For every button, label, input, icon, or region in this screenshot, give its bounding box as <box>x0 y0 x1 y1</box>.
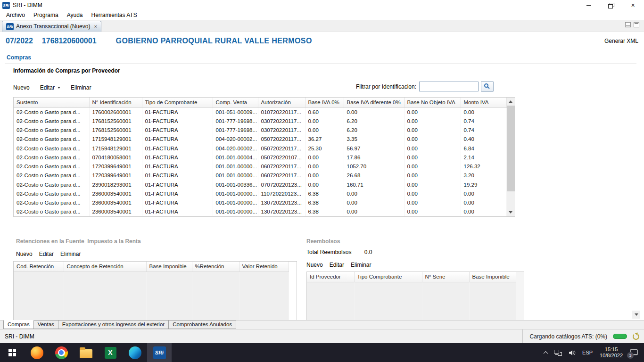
scroll-thumb[interactable] <box>507 106 515 191</box>
menu-herramientas-ats[interactable]: Herramientas ATS <box>87 11 141 19</box>
taskbar-edge-button[interactable] <box>123 343 147 362</box>
reembolsos-scrollbar[interactable] <box>516 272 524 320</box>
retenciones-col-cod-retenci-n[interactable]: Cod. Retención <box>14 262 64 272</box>
bottom-tab-comprobantes-anulados[interactable]: Comprobantes Anulados <box>169 320 236 329</box>
compras-editar-button[interactable]: Editar <box>40 84 60 91</box>
compras-eliminar-button[interactable]: Eliminar <box>71 84 91 91</box>
compras-scrollbar[interactable] <box>507 98 515 216</box>
compras-col-sustento[interactable]: Sustento <box>14 98 89 107</box>
compras-col-n-identificaci-n[interactable]: N° Identificación <box>89 98 142 107</box>
reembolsos-table: Id ProveedorTipo ComprobanteN° SerieBase… <box>306 272 524 320</box>
notifications-button[interactable]: 3 <box>627 343 641 362</box>
taskbar-explorer-button[interactable] <box>74 343 98 362</box>
taskbar-chrome-button[interactable] <box>49 343 74 362</box>
reembolsos-editar-button[interactable]: Editar <box>330 262 344 268</box>
menu-archivo[interactable]: Archivo <box>2 11 29 19</box>
clock[interactable]: 15:15 10/8/2022 <box>596 343 627 362</box>
windows-logo-icon <box>8 349 16 356</box>
edge-icon <box>129 346 141 359</box>
compras-col-comp-venta[interactable]: Comp. Venta <box>213 98 258 107</box>
retenciones-col-retenci-n[interactable]: %Retención <box>192 262 239 272</box>
bottom-tab-compras[interactable]: Compras <box>3 320 34 329</box>
compras-table-header: SustentoN° IdentificaciónTipo de Comprob… <box>14 98 506 107</box>
excel-icon: X <box>105 347 116 359</box>
retenciones-toolbar: Nuevo Editar Eliminar <box>16 251 87 257</box>
restore-button[interactable] <box>600 0 622 10</box>
minimize-button[interactable] <box>578 0 600 10</box>
bottom-tab-ventas[interactable]: Ventas <box>34 320 58 329</box>
menu-ayuda[interactable]: Ayuda <box>63 11 87 19</box>
compras-table-row[interactable]: 02-Costo o Gasto para d...23600035400010… <box>14 198 506 207</box>
close-button[interactable]: × <box>622 0 644 10</box>
volume-icon[interactable] <box>565 343 579 362</box>
panel-scroll-down-arrow[interactable] <box>632 311 640 319</box>
search-icon <box>484 83 488 88</box>
compras-table-row[interactable]: 02-Costo o Gasto para d...17600026000010… <box>14 107 506 116</box>
retenciones-nuevo-button[interactable]: Nuevo <box>16 251 33 257</box>
compras-editar-label: Editar <box>40 84 55 91</box>
tab-anexo-transaccional[interactable]: SRi Anexo Transaccional (Nuevo) × <box>2 21 101 32</box>
compras-panel: Compras Información de Compras por Prove… <box>0 50 644 320</box>
compras-nuevo-button[interactable]: Nuevo <box>13 84 30 91</box>
compras-col-base-iva-0[interactable]: Base IVA 0% <box>305 98 344 107</box>
tray-chevron-icon[interactable] <box>541 343 551 362</box>
search-button[interactable] <box>481 81 494 92</box>
retenciones-table-header: Cod. RetenciónConcepto de RetenciónBase … <box>14 262 289 272</box>
start-button[interactable] <box>0 343 25 362</box>
tab-label: Anexo Transaccional (Nuevo) <box>16 23 90 30</box>
compras-col-base-no-objeto-iva[interactable]: Base No Objeto IVA <box>404 98 461 107</box>
retenciones-empty-row <box>14 272 289 320</box>
retenciones-col-concepto-de-retenci-n[interactable]: Concepto de Retención <box>64 262 146 272</box>
retenciones-editar-button[interactable]: Editar <box>39 251 54 257</box>
compras-col-monto-iva[interactable]: Monto IVA <box>461 98 506 107</box>
reembolsos-eliminar-button[interactable]: Eliminar <box>351 262 371 268</box>
tab-close-icon[interactable]: × <box>94 24 97 29</box>
compras-table-row[interactable]: 02-Costo o Gasto para d...23900182930010… <box>14 180 506 189</box>
editar-dropdown-icon[interactable] <box>58 87 60 89</box>
compras-table-row[interactable]: 02-Costo o Gasto para d...23600035400010… <box>14 189 506 198</box>
taskbar-firefox-button[interactable] <box>25 343 49 362</box>
reembolsos-nuevo-button[interactable]: Nuevo <box>306 262 323 268</box>
compras-table-row[interactable]: 02-Costo o Gasto para d...17203996490010… <box>14 171 506 180</box>
compras-table-row[interactable]: 02-Costo o Gasto para d...17159481290010… <box>14 144 506 153</box>
reembolsos-col-tipo-comprobante[interactable]: Tipo Comprobante <box>354 272 422 282</box>
compras-table-row[interactable]: 02-Costo o Gasto para d...07041800580010… <box>14 153 506 162</box>
view-minimize-icon[interactable] <box>625 22 631 27</box>
compras-section-title: Información de Compras por Proveedor <box>13 67 120 74</box>
reembolsos-col-n-serie[interactable]: N° Serie <box>422 272 469 282</box>
taskbar-sri-button[interactable]: SRi <box>147 343 172 362</box>
compras-table-row[interactable]: 02-Costo o Gasto para d...17681525600010… <box>14 126 506 135</box>
menu-programa[interactable]: Programa <box>29 11 63 19</box>
generar-xml-button[interactable]: Generar XML <box>604 38 638 44</box>
compras-table-row[interactable]: 02-Costo o Gasto para d...23600035400010… <box>14 207 506 216</box>
compras-table-row[interactable]: 02-Costo o Gasto para d...17681525600010… <box>14 116 506 125</box>
reembolsos-col-id-proveedor[interactable]: Id Proveedor <box>307 272 354 282</box>
language-indicator[interactable]: ESP <box>579 343 596 362</box>
reembolsos-toolbar: Nuevo Editar Eliminar <box>306 262 378 268</box>
bottom-tabbar: ComprasVentasExportaciones y otros ingre… <box>0 320 644 329</box>
network-icon[interactable] <box>551 343 565 362</box>
filter-identificacion-input[interactable] <box>419 82 479 91</box>
restore-icon <box>608 3 613 8</box>
header-bar: 07/2022 1768120600001 GOBIERNO PARROQUIA… <box>0 32 644 50</box>
reembolsos-title: Reembolsos <box>306 238 340 245</box>
view-maximize-icon[interactable] <box>634 22 639 27</box>
menubar: ArchivoProgramaAyudaHerramientas ATS <box>0 10 644 20</box>
view-buttons <box>625 22 639 27</box>
compras-table-row[interactable]: 02-Costo o Gasto para d...17203996490010… <box>14 162 506 171</box>
compras-col-base-iva-diferente-0[interactable]: Base IVA diferente 0% <box>344 98 404 107</box>
retenciones-col-base-imponible[interactable]: Base Imponible <box>146 262 192 272</box>
scroll-up-arrow[interactable] <box>507 98 515 106</box>
bottom-tab-exportaciones-y-otros-ingresos-del-exterior[interactable]: Exportaciones y otros ingresos del exter… <box>58 320 169 329</box>
reembolsos-col-base-imponible[interactable]: Base Imponible <box>469 272 516 282</box>
retenciones-title: Retenciones en la Fuente Impuesto a la R… <box>16 238 141 245</box>
firefox-icon <box>31 346 43 359</box>
scroll-down-arrow[interactable] <box>507 208 515 216</box>
compras-col-tipo-de-comprobante[interactable]: Tipo de Comprobante <box>142 98 213 107</box>
compras-col-autorizaci-n[interactable]: Autorización <box>258 98 305 107</box>
retenciones-eliminar-button[interactable]: Eliminar <box>60 251 81 257</box>
taskbar-excel-button[interactable]: X <box>98 343 123 362</box>
filter-label: Filtrar por Identificacion: <box>356 83 416 90</box>
retenciones-col-valor-retenido[interactable]: Valor Retenido <box>239 262 289 272</box>
compras-table-row[interactable]: 02-Costo o Gasto para d...17159481290010… <box>14 135 506 144</box>
